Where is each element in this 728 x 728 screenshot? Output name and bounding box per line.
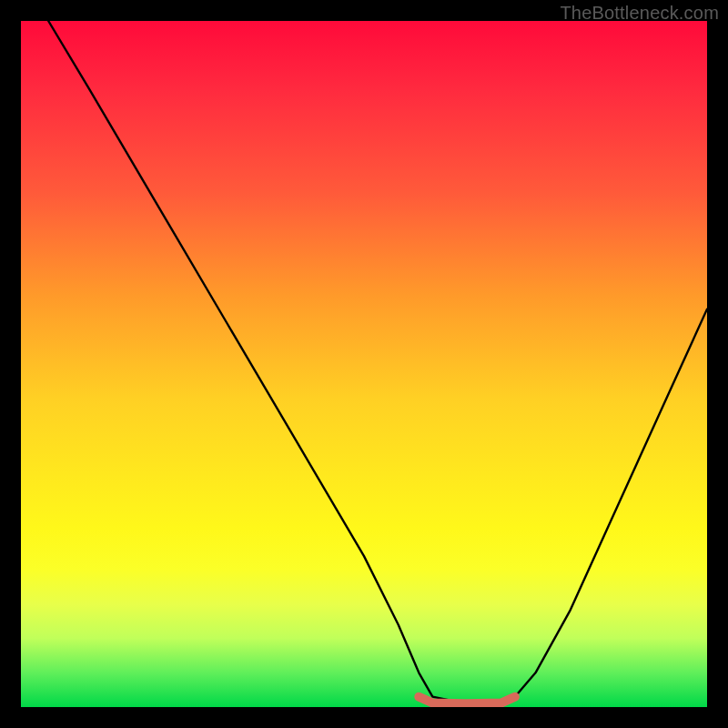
plot-area <box>21 21 707 707</box>
chart-frame: TheBottleneck.com <box>0 0 728 728</box>
main-curve <box>48 21 707 703</box>
attribution-text: TheBottleneck.com <box>560 3 719 24</box>
flat-highlight <box>419 697 515 704</box>
curve-layer <box>21 21 707 707</box>
